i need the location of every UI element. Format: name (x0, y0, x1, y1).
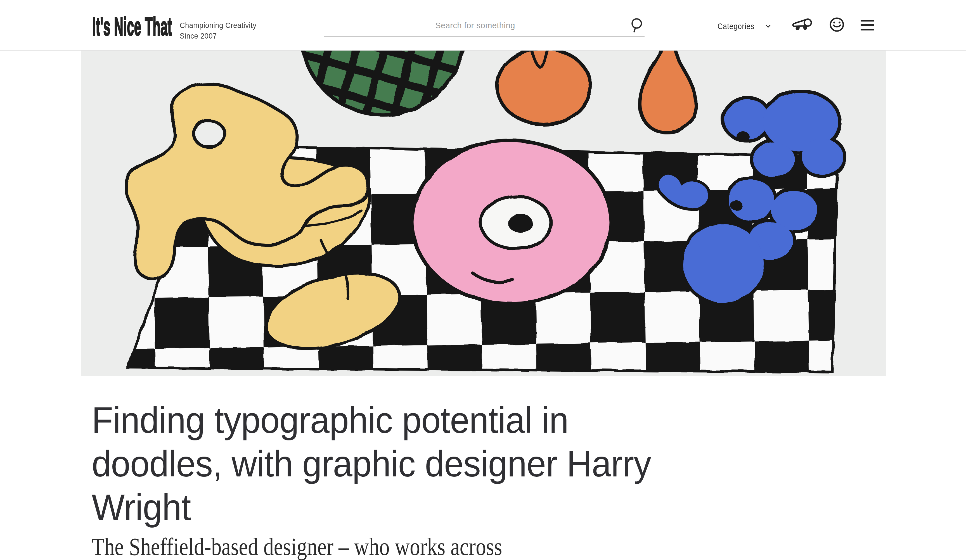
categories-label: Categories (718, 22, 754, 31)
site-tagline: Championing Creativity Since 2007 (180, 20, 256, 41)
megaphone-icon[interactable] (792, 18, 813, 32)
hero-illustration (81, 51, 886, 376)
chevron-down-icon (766, 25, 770, 28)
doodle-illustration-svg (81, 51, 886, 376)
hamburger-menu-icon[interactable] (861, 20, 874, 30)
article-standfirst: The Sheffield-based designer – who works… (92, 532, 608, 560)
smiley-face-icon[interactable] (829, 17, 845, 33)
search-input[interactable] (324, 16, 627, 34)
article-headline: Finding typographic potential in doodles… (92, 399, 729, 529)
categories-menu[interactable]: Categories (718, 21, 770, 32)
tagline-line-2: Since 2007 (180, 31, 256, 41)
site-header: It's Nice That Championing Creativity Si… (0, 0, 966, 51)
site-logo[interactable]: It's Nice That (92, 14, 172, 39)
search-icon[interactable] (630, 18, 644, 33)
tagline-line-1: Championing Creativity (180, 20, 256, 31)
search-bar[interactable] (324, 16, 644, 37)
